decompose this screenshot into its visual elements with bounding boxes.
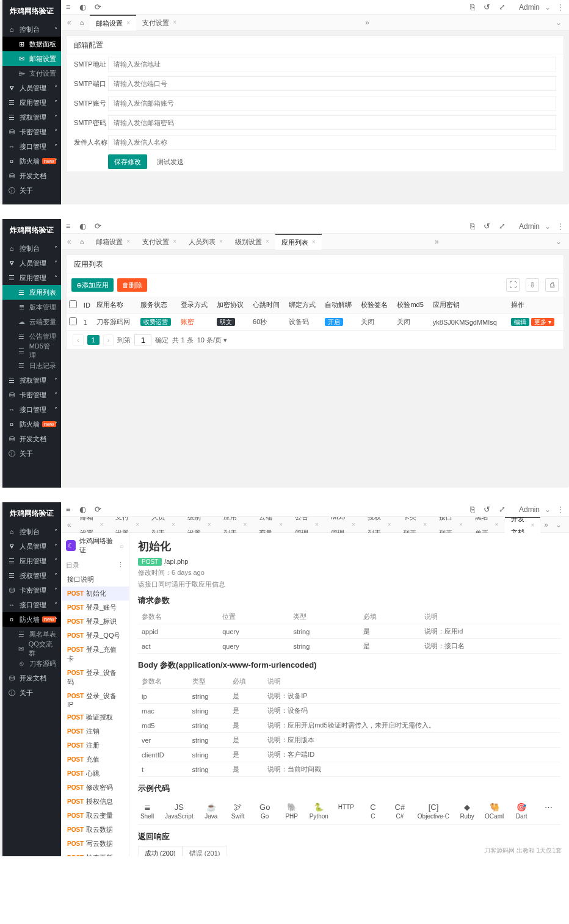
tab[interactable]: 公告管理×: [289, 517, 325, 533]
close-icon[interactable]: ×: [312, 236, 316, 249]
sidebar-item[interactable]: ☰应用列表: [2, 285, 61, 300]
edit-button[interactable]: 编辑: [511, 318, 529, 326]
user-name[interactable]: Admin: [519, 222, 540, 231]
fullscreen-icon[interactable]: ⤢: [499, 222, 506, 231]
fullscreen-icon[interactable]: ⤢: [499, 505, 506, 514]
save-button[interactable]: 保存修改: [108, 154, 147, 169]
tab[interactable]: 授权列表×: [361, 517, 397, 533]
sidebar-item[interactable]: ¤防火墙new˄: [2, 612, 61, 627]
user-chevron-icon[interactable]: ⌄: [545, 3, 551, 12]
sidebar-item[interactable]: ☰应用管理˅: [2, 554, 61, 568]
doc-nav-item[interactable]: POST验证授权: [61, 710, 129, 724]
doc-nav-item[interactable]: POST初始化: [61, 587, 129, 601]
user-name[interactable]: Admin: [519, 3, 540, 12]
close-icon[interactable]: ×: [352, 517, 355, 533]
tab-home[interactable]: ⌂: [74, 234, 90, 250]
menu-icon[interactable]: ≡: [66, 222, 71, 231]
sidebar-item[interactable]: ☰授权管理˅: [2, 568, 61, 583]
close-icon[interactable]: ×: [126, 234, 130, 250]
tab[interactable]: 云端变量×: [253, 517, 289, 533]
close-icon[interactable]: ×: [495, 517, 499, 533]
reload-icon[interactable]: ↺: [484, 222, 490, 231]
doc-nav-item[interactable]: POST授权信息: [61, 795, 129, 809]
tab[interactable]: 人员列表×: [183, 234, 229, 250]
doc-nav-item[interactable]: POST写云数据: [61, 837, 129, 851]
sidebar-item[interactable]: ¤防火墙new˅: [2, 154, 61, 168]
doc-nav-item[interactable]: POST取云变量: [61, 809, 129, 823]
copy-icon[interactable]: ⎘: [470, 505, 475, 514]
tab[interactable]: 支付设置×: [136, 234, 183, 250]
user-chevron-icon[interactable]: ⌄: [545, 505, 551, 514]
close-icon[interactable]: ×: [173, 234, 176, 250]
close-icon[interactable]: ×: [244, 517, 247, 533]
sidebar-item[interactable]: ☰授权管理˅: [2, 373, 61, 388]
response-tab[interactable]: 成功 (200): [138, 846, 183, 856]
close-icon[interactable]: ×: [172, 517, 175, 533]
sidebar-item[interactable]: ⛛人员管理˅: [2, 256, 61, 270]
pager-current[interactable]: 1: [87, 335, 100, 345]
sidebar-item[interactable]: ☁云端变量: [2, 314, 61, 329]
response-tab[interactable]: 错误 (201): [183, 846, 227, 856]
close-icon[interactable]: ×: [387, 517, 391, 533]
doc-nav-item[interactable]: POST登录_充值卡: [61, 643, 129, 666]
tab[interactable]: 人员列表×: [145, 517, 181, 533]
doc-nav-item[interactable]: POST登录_设备码: [61, 666, 129, 689]
reload-icon[interactable]: ↺: [484, 2, 490, 12]
lang-tab[interactable]: 🐍Python: [310, 803, 328, 820]
field-input[interactable]: [108, 96, 556, 110]
lang-tab[interactable]: ≣Shell: [138, 803, 156, 820]
tab[interactable]: 邮箱设置×: [90, 15, 136, 31]
doc-nav-item[interactable]: POST注销: [61, 724, 129, 738]
lang-tab[interactable]: [C]Objective-C: [418, 803, 449, 820]
more-icon[interactable]: ⋮: [557, 222, 564, 231]
sidebar-item[interactable]: ⛁开发文档: [2, 168, 61, 183]
close-icon[interactable]: ×: [423, 517, 427, 533]
copy-icon[interactable]: ⎘: [470, 2, 475, 12]
doc-nav-item[interactable]: POST登录_设备IP: [61, 689, 129, 710]
doc-nav-item[interactable]: POST心跳: [61, 767, 129, 781]
sidebar-item[interactable]: ✉邮箱设置: [2, 51, 61, 66]
filter-icon[interactable]: ⛶: [506, 278, 520, 292]
tab-home[interactable]: ⌂: [74, 15, 90, 31]
sidebar-item[interactable]: ☰日志记录: [2, 358, 61, 373]
sidebar-item[interactable]: ⛁卡密管理˅: [2, 583, 61, 597]
tab-prev-icon[interactable]: «: [65, 521, 74, 529]
more-button[interactable]: 更多 ▾: [531, 318, 554, 326]
tab-prev-icon[interactable]: «: [65, 18, 74, 27]
lang-tab[interactable]: C#C#: [391, 803, 409, 820]
user-chevron-icon[interactable]: ⌄: [545, 222, 551, 231]
lang-tab[interactable]: 🐫OCaml: [485, 803, 504, 820]
close-icon[interactable]: ×: [459, 517, 463, 533]
lang-tab[interactable]: ⋯: [539, 803, 557, 820]
tab[interactable]: 应用列表×: [275, 234, 322, 250]
refresh-icon[interactable]: ⟳: [95, 222, 101, 231]
tab[interactable]: 黑名单表×: [469, 517, 505, 533]
sidebar-item[interactable]: ⌂控制台˄: [2, 22, 61, 37]
pager-confirm[interactable]: 确定: [155, 336, 169, 345]
sidebar-item[interactable]: ⌲支付设置: [2, 66, 61, 81]
copy-icon[interactable]: ⎘: [470, 222, 475, 231]
select-all-checkbox[interactable]: [69, 300, 77, 308]
tab-prev-icon[interactable]: «: [65, 237, 74, 246]
pager-pagesize[interactable]: 10 条/页 ▾: [197, 336, 227, 345]
sidebar-item[interactable]: ⎋刀客源码: [2, 656, 61, 671]
tab[interactable]: 开发文档×: [505, 517, 541, 533]
close-icon[interactable]: ×: [279, 517, 283, 533]
tab-menu-icon[interactable]: ⌄: [552, 521, 565, 529]
sidebar-item[interactable]: ⛛人员管理˅: [2, 539, 61, 554]
doc-nav-item[interactable]: POST检查更新: [61, 851, 129, 856]
test-send-button[interactable]: 测试发送: [151, 154, 190, 169]
refresh-icon[interactable]: ⟳: [95, 505, 101, 514]
doc-nav-item[interactable]: POST登录_账号: [61, 601, 129, 615]
theme-icon[interactable]: ◐: [79, 505, 86, 514]
lang-tab[interactable]: ◆Ruby: [458, 803, 476, 820]
lang-tab[interactable]: JSJavaScript: [165, 803, 194, 820]
sidebar-item[interactable]: ⊞数据面板: [2, 37, 61, 51]
sidebar-item[interactable]: ⓘ关于: [2, 183, 61, 198]
sidebar-item[interactable]: ⌂控制台˅: [2, 241, 61, 256]
lang-tab[interactable]: 🎯Dart: [512, 803, 531, 820]
tab-next-icon[interactable]: »: [540, 521, 552, 529]
sidebar-item[interactable]: ☰应用管理˄: [2, 270, 61, 285]
reload-icon[interactable]: ↺: [484, 505, 490, 514]
sidebar-item[interactable]: ¤防火墙new˅: [2, 417, 61, 431]
